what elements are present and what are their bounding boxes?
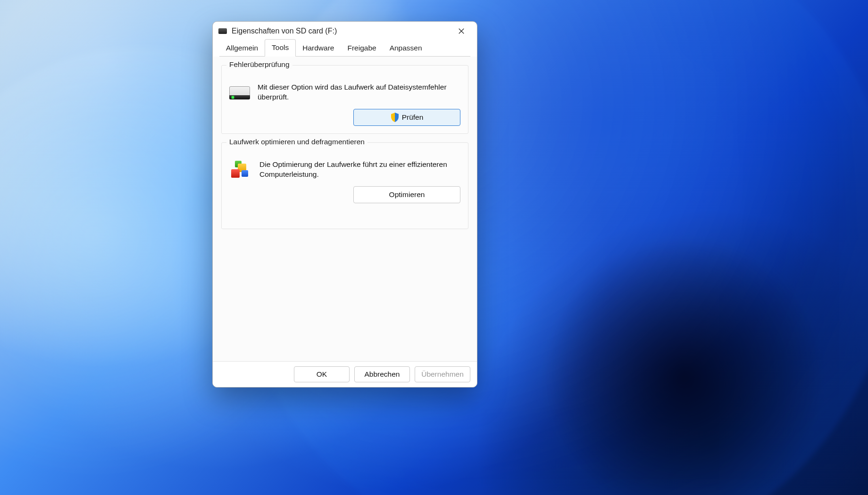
tab-hardware[interactable]: Hardware bbox=[296, 40, 341, 57]
ok-button[interactable]: OK bbox=[294, 366, 350, 382]
group-optimize: Laufwerk optimieren und defragmentieren … bbox=[221, 142, 468, 229]
properties-dialog: Eigenschaften von SD card (F:) Allgemein… bbox=[212, 21, 477, 388]
tab-content-tools: Fehlerüberprüfung Mit dieser Option wird… bbox=[213, 57, 477, 361]
group-optimize-legend: Laufwerk optimieren und defragmentieren bbox=[226, 138, 367, 146]
titlebar[interactable]: Eigenschaften von SD card (F:) bbox=[213, 22, 477, 41]
tab-tools[interactable]: Tools bbox=[265, 39, 296, 57]
apply-button[interactable]: Übernehmen bbox=[415, 366, 470, 382]
optimize-button-label: Optimieren bbox=[389, 190, 425, 199]
window-title: Eigenschaften von SD card (F:) bbox=[232, 27, 451, 35]
group-error-checking: Fehlerüberprüfung Mit dieser Option wird… bbox=[221, 65, 468, 134]
error-check-description: Mit dieser Option wird das Laufwerk auf … bbox=[258, 82, 460, 102]
close-button[interactable] bbox=[451, 24, 472, 39]
tab-share[interactable]: Freigabe bbox=[341, 40, 383, 57]
cancel-button[interactable]: Abbrechen bbox=[354, 366, 410, 382]
optimize-button[interactable]: Optimieren bbox=[353, 186, 460, 203]
check-button[interactable]: Prüfen bbox=[353, 109, 460, 126]
close-icon bbox=[458, 28, 465, 34]
tab-customize[interactable]: Anpassen bbox=[383, 40, 429, 57]
optimize-description: Die Optimierung der Laufwerke führt zu e… bbox=[259, 160, 460, 180]
defrag-icon bbox=[231, 161, 252, 177]
group-error-checking-legend: Fehlerüberprüfung bbox=[226, 60, 292, 69]
tab-general[interactable]: Allgemein bbox=[219, 40, 265, 57]
uac-shield-icon bbox=[391, 113, 399, 122]
hard-drive-icon bbox=[229, 83, 250, 99]
check-button-label: Prüfen bbox=[402, 113, 424, 122]
dialog-footer: OK Abbrechen Übernehmen bbox=[213, 361, 477, 387]
drive-icon bbox=[218, 28, 227, 34]
tabstrip: Allgemein Tools Hardware Freigabe Anpass… bbox=[213, 41, 477, 57]
